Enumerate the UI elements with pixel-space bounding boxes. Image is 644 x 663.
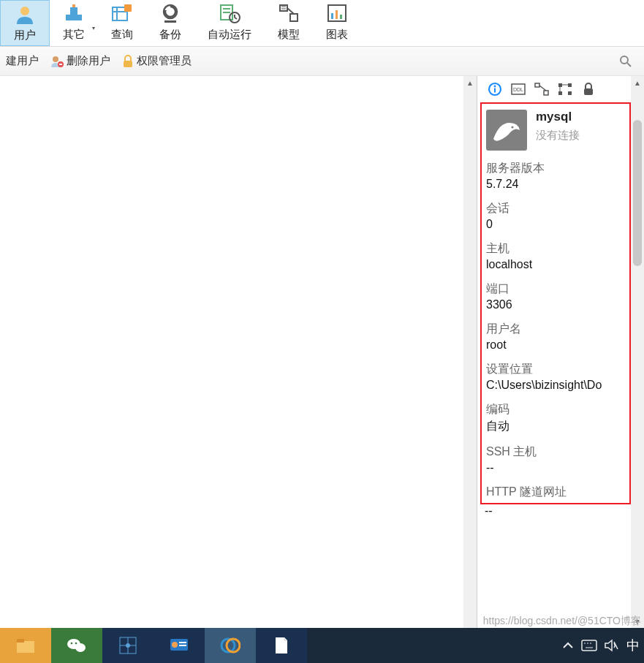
svg-rect-23 bbox=[331, 13, 333, 19]
svg-point-52 bbox=[71, 643, 73, 645]
ribbon-item-other[interactable]: 其它 ▾ bbox=[50, 0, 98, 46]
svg-rect-49 bbox=[17, 639, 24, 643]
ribbon-label-user: 用户 bbox=[14, 29, 36, 42]
prop-value-http-tunnel: -- bbox=[477, 504, 644, 518]
ddl-tab-icon[interactable]: DDL bbox=[511, 82, 526, 96]
prop-value-settings-path: C:\Users\bizinsight\Do bbox=[486, 379, 625, 392]
relations-tab-icon[interactable] bbox=[558, 82, 572, 96]
ribbon-item-chart[interactable]: 图表 bbox=[313, 0, 361, 46]
svg-rect-1 bbox=[66, 15, 82, 20]
prop-label-settings-path: 设置位置 bbox=[486, 362, 625, 377]
info-tab-icon[interactable] bbox=[488, 82, 502, 96]
side-scrollbar[interactable]: ▲ ▼ bbox=[631, 76, 644, 628]
svg-line-31 bbox=[627, 63, 631, 67]
ribbon-item-backup[interactable]: 备份 bbox=[146, 0, 194, 46]
svg-rect-60 bbox=[179, 642, 186, 643]
ribbon-item-user[interactable]: 用户 bbox=[0, 0, 50, 46]
ribbon-item-query[interactable]: 查询 bbox=[98, 0, 146, 46]
scroll-up-icon[interactable]: ▲ bbox=[631, 76, 644, 89]
svg-rect-64 bbox=[582, 640, 596, 651]
search-button[interactable] bbox=[613, 50, 638, 72]
prop-value-port: 3306 bbox=[486, 298, 625, 311]
ribbon-item-autorun[interactable]: 自动运行 bbox=[194, 0, 265, 46]
ribbon-item-model[interactable]: 模型 bbox=[265, 0, 313, 46]
svg-point-33 bbox=[494, 86, 496, 88]
prop-label-username: 用户名 bbox=[486, 322, 625, 337]
connection-status: 没有连接 bbox=[536, 129, 580, 143]
svg-rect-43 bbox=[568, 91, 572, 95]
side-panel-tabs: DDL bbox=[477, 76, 644, 102]
svg-point-53 bbox=[75, 643, 77, 645]
secondary-toolbar: 建用户 删除用户 权限管理员 bbox=[0, 47, 644, 76]
taskbar-explorer-icon[interactable] bbox=[0, 628, 51, 663]
diagram-tab-icon[interactable] bbox=[534, 82, 549, 96]
system-tray: 中 bbox=[558, 628, 644, 663]
svg-rect-42 bbox=[558, 91, 562, 95]
svg-rect-3 bbox=[72, 4, 75, 7]
svg-rect-25 bbox=[340, 15, 342, 19]
svg-point-30 bbox=[621, 56, 628, 64]
lock-tab-icon[interactable] bbox=[581, 82, 596, 96]
search-icon bbox=[619, 55, 632, 68]
taskbar-wechat-icon[interactable] bbox=[51, 628, 102, 663]
user-icon bbox=[14, 2, 36, 27]
backup-icon bbox=[159, 1, 181, 26]
svg-point-26 bbox=[53, 56, 58, 62]
create-user-button[interactable]: 建用户 bbox=[0, 50, 45, 72]
svg-rect-24 bbox=[336, 10, 338, 19]
tray-chevron-up-icon[interactable] bbox=[562, 641, 574, 650]
other-icon bbox=[63, 1, 85, 26]
prop-value-ssh-host: -- bbox=[486, 461, 625, 474]
svg-line-39 bbox=[539, 86, 546, 91]
taskbar-app2-icon[interactable] bbox=[154, 628, 205, 663]
svg-rect-46 bbox=[584, 88, 593, 95]
svg-point-47 bbox=[511, 126, 513, 128]
privilege-admin-button[interactable]: 权限管理员 bbox=[116, 50, 197, 72]
tray-keyboard-icon[interactable] bbox=[581, 640, 597, 651]
ribbon-label-chart: 图表 bbox=[326, 28, 348, 42]
svg-point-59 bbox=[172, 642, 178, 648]
prop-value-encoding: 自动 bbox=[486, 419, 625, 434]
prop-value-server-version: 5.7.24 bbox=[486, 178, 625, 191]
taskbar-navicat-icon[interactable] bbox=[205, 628, 256, 663]
svg-marker-69 bbox=[605, 640, 612, 651]
prop-value-username: root bbox=[486, 338, 625, 352]
chevron-down-icon: ▾ bbox=[92, 25, 95, 31]
svg-rect-18 bbox=[290, 14, 298, 21]
windows-taskbar: 中 bbox=[0, 628, 644, 663]
create-user-label: 建用户 bbox=[6, 54, 39, 68]
ribbon-label-backup: 备份 bbox=[159, 28, 181, 42]
svg-text:DDL: DDL bbox=[513, 87, 523, 92]
svg-rect-37 bbox=[535, 83, 539, 87]
tray-ime-indicator[interactable]: 中 bbox=[626, 637, 640, 654]
connection-name: mysql bbox=[536, 110, 580, 124]
prop-label-port: 端口 bbox=[486, 281, 625, 297]
svg-rect-34 bbox=[494, 88, 496, 93]
prop-value-host: localhost bbox=[486, 258, 625, 271]
svg-rect-7 bbox=[124, 4, 132, 12]
svg-rect-38 bbox=[544, 91, 548, 95]
taskbar-document-icon[interactable] bbox=[256, 628, 307, 663]
ribbon-label-query: 查询 bbox=[111, 28, 133, 42]
model-icon bbox=[278, 1, 300, 26]
prop-value-session: 0 bbox=[486, 218, 625, 231]
tray-volume-icon[interactable] bbox=[605, 639, 619, 652]
ribbon-toolbar: 用户 其它 ▾ 查询 备份 自动运行 模型 图表 bbox=[0, 0, 644, 47]
svg-rect-41 bbox=[568, 83, 572, 87]
svg-point-0 bbox=[20, 7, 29, 15]
vertical-scrollbar[interactable]: ▲ bbox=[463, 76, 477, 628]
privilege-admin-label: 权限管理员 bbox=[137, 54, 192, 68]
ribbon-label-model: 模型 bbox=[278, 28, 300, 42]
taskbar-app1-icon[interactable] bbox=[102, 628, 154, 663]
scroll-thumb[interactable] bbox=[633, 120, 642, 266]
prop-label-http-tunnel: HTTP 隧道网址 bbox=[486, 485, 625, 500]
prop-label-session: 会话 bbox=[486, 201, 625, 216]
scroll-up-icon[interactable]: ▲ bbox=[463, 76, 477, 89]
chart-icon bbox=[326, 1, 348, 26]
ribbon-label-autorun: 自动运行 bbox=[208, 28, 251, 42]
query-icon bbox=[111, 1, 133, 26]
svg-rect-48 bbox=[17, 641, 34, 653]
prop-label-encoding: 编码 bbox=[486, 402, 625, 417]
svg-rect-17 bbox=[280, 5, 287, 11]
delete-user-button[interactable]: 删除用户 bbox=[45, 50, 116, 72]
